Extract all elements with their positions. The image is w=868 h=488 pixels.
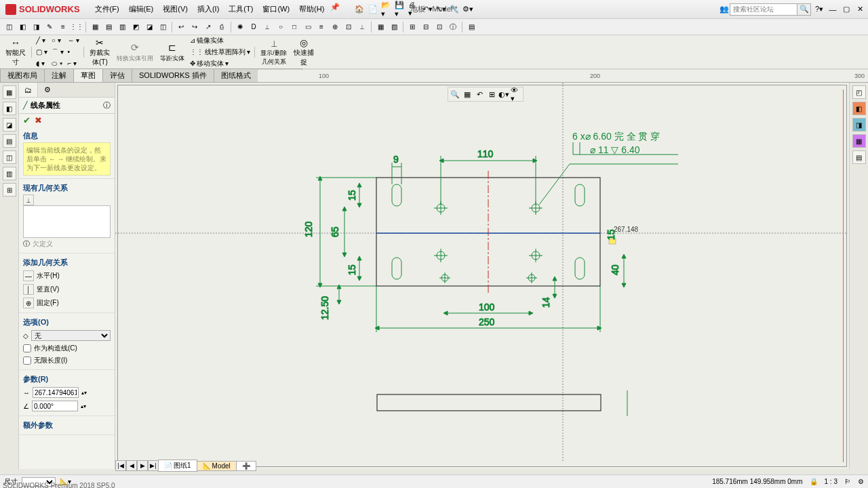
quick-snap-button[interactable]: ◎ 快速捕 捉: [291, 37, 317, 67]
vertical-icon[interactable]: │: [23, 284, 34, 295]
tb-item[interactable]: ⋮⋮: [71, 21, 83, 33]
trim-button[interactable]: ✂ 剪裁实 体(T): [87, 37, 113, 67]
tb-item[interactable]: ≡: [315, 21, 328, 33]
save-icon[interactable]: 💾▾: [395, 4, 406, 15]
offset-button[interactable]: ⊏ 等距实体: [157, 37, 187, 67]
tb-item[interactable]: ◪: [143, 21, 155, 33]
menu-window[interactable]: 窗口(W): [258, 1, 294, 17]
lock-icon[interactable]: 🔒: [810, 478, 818, 485]
menu-insert[interactable]: 插入(I): [193, 1, 223, 17]
tb-item[interactable]: ⊕: [329, 21, 341, 33]
ellipse-tool[interactable]: ⬭ ▾: [50, 58, 65, 69]
slot-tool[interactable]: ◖ ▾: [35, 58, 49, 69]
length-input[interactable]: [33, 387, 79, 398]
tb-item[interactable]: ↗: [202, 21, 214, 33]
tb-item[interactable]: ⊡: [342, 21, 355, 33]
tb-item[interactable]: ◫: [157, 21, 169, 33]
rail-btn[interactable]: ◨: [852, 118, 866, 131]
rail-btn[interactable]: ▦: [852, 134, 866, 148]
gear-icon[interactable]: ⚙: [858, 478, 864, 485]
angle-input[interactable]: [32, 401, 78, 411]
convert-button[interactable]: ⟳ 转换实体引用: [114, 37, 156, 67]
options-icon[interactable]: ⚙▾: [462, 4, 473, 15]
construction-checkbox[interactable]: [23, 344, 31, 352]
rail-btn[interactable]: ◧: [852, 102, 866, 115]
circle-tool[interactable]: ○ ▾: [50, 35, 65, 46]
tb-item[interactable]: ◧: [16, 21, 28, 33]
fix-icon[interactable]: ⊕: [23, 298, 34, 308]
tb-item[interactable]: ▭: [302, 21, 314, 33]
new-icon[interactable]: 📄: [368, 4, 378, 15]
tb-item[interactable]: □: [288, 21, 300, 33]
tb-item[interactable]: D: [248, 21, 260, 33]
rail-btn[interactable]: ▤: [852, 150, 866, 164]
smart-dimension-button[interactable]: ↔ 智能尺 寸: [3, 37, 28, 67]
rail-btn[interactable]: ◧: [3, 102, 16, 115]
tb-item[interactable]: ↩: [175, 21, 187, 33]
search-scope-icon[interactable]: 👥: [719, 4, 730, 15]
rail-btn[interactable]: ◪: [3, 118, 16, 131]
tb-item[interactable]: ▤: [465, 21, 477, 33]
menu-file[interactable]: 文件(F): [91, 1, 123, 17]
tb-item[interactable]: ▧: [388, 21, 400, 33]
tb-item[interactable]: ⟂: [356, 21, 368, 33]
line-tool[interactable]: ╱ ▾: [35, 35, 49, 46]
fillet-tool[interactable]: ⌐ ▾: [66, 58, 81, 69]
spline-tool[interactable]: ～ ▾: [66, 35, 81, 46]
tb-item[interactable]: ⎙: [216, 21, 228, 33]
tab-evaluate[interactable]: 评估: [102, 68, 132, 82]
spinner-icon[interactable]: ▴▾: [81, 390, 87, 396]
nav-first-icon[interactable]: |◀: [115, 460, 126, 471]
tb-item[interactable]: ▦: [89, 21, 101, 33]
tb-item[interactable]: ✺: [234, 21, 246, 33]
spinner-icon[interactable]: ▴▾: [81, 403, 86, 409]
mirror-tool[interactable]: ⊿ 镜像实体: [189, 35, 252, 46]
tb-item[interactable]: ✎: [43, 21, 56, 33]
tb-item[interactable]: ⊞: [406, 21, 418, 33]
rel-horizontal[interactable]: 水平(H): [37, 271, 60, 281]
tb-item[interactable]: ◨: [30, 21, 42, 33]
rail-btn[interactable]: ◫: [3, 150, 16, 164]
line-style-select[interactable]: 无: [31, 330, 111, 341]
menu-help[interactable]: 帮助(H): [295, 1, 328, 17]
point-tool[interactable]: •: [66, 47, 81, 58]
tb-item[interactable]: ▥: [116, 21, 128, 33]
maximize-icon[interactable]: ▢: [841, 4, 852, 15]
help-icon[interactable]: ⓘ: [103, 100, 111, 110]
menu-view[interactable]: 视图(V): [159, 1, 192, 17]
linear-pattern-tool[interactable]: ⋮⋮ 线性草图阵列 ▾: [189, 47, 252, 58]
tb-item[interactable]: ⊡: [433, 21, 446, 33]
tb-item[interactable]: ◩: [130, 21, 142, 33]
model-tab[interactable]: 📐Model: [197, 461, 237, 471]
relations-list[interactable]: [23, 205, 111, 238]
rail-btn[interactable]: ▤: [3, 134, 16, 148]
tab-sketch[interactable]: 草图: [73, 68, 103, 82]
cancel-button[interactable]: ✖: [35, 115, 42, 125]
menu-edit[interactable]: 编辑(E): [125, 1, 158, 17]
help-icon[interactable]: ?▾: [814, 4, 825, 15]
tb-item[interactable]: ↪: [189, 21, 201, 33]
search-input[interactable]: [730, 3, 797, 16]
ok-button[interactable]: ✔: [23, 115, 31, 125]
tb-item[interactable]: ⓘ: [447, 21, 459, 33]
menu-tools[interactable]: 工具(T): [224, 1, 257, 17]
rail-btn[interactable]: ▥: [3, 167, 16, 180]
tb-item[interactable]: ○: [275, 21, 287, 33]
tb-item[interactable]: ⊟: [420, 21, 432, 33]
horizontal-icon[interactable]: —: [23, 270, 34, 281]
arc-tool[interactable]: ⌒ ▾: [50, 47, 65, 58]
tab-view-layout[interactable]: 视图布局: [0, 68, 45, 82]
tb-item[interactable]: ≡: [57, 21, 69, 33]
flag-icon[interactable]: 🏳: [844, 478, 851, 485]
nav-next-icon[interactable]: ▶: [137, 460, 148, 471]
drawing-canvas[interactable]: 🔍 ▦ ↶ ⊞ ◐▾ 👁▾: [115, 83, 849, 469]
rel-vertical[interactable]: 竖直(V): [37, 285, 59, 294]
nav-prev-icon[interactable]: ◀: [126, 460, 137, 471]
open-icon[interactable]: 📂▾: [381, 4, 392, 15]
rel-fix[interactable]: 固定(F): [37, 298, 59, 308]
move-tool[interactable]: ✥ 移动实体 ▾: [189, 58, 252, 69]
minimize-icon[interactable]: —: [827, 4, 838, 15]
rail-btn[interactable]: ◰: [852, 85, 866, 99]
tab-sheet-format[interactable]: 图纸格式: [214, 68, 258, 82]
sheet-tab-1[interactable]: 📄图纸1: [158, 460, 197, 472]
